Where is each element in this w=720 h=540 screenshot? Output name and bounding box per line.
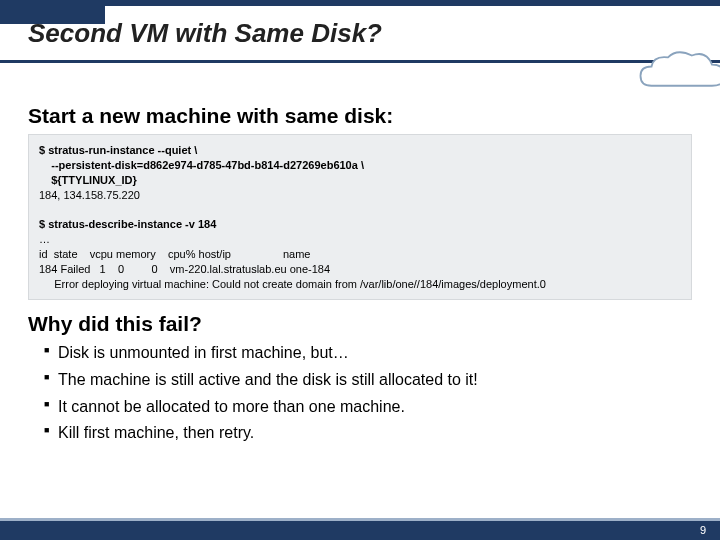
list-item: Disk is unmounted in first machine, but… xyxy=(44,342,692,364)
terminal-out2-l2: id state vcpu memory cpu% host/ip name xyxy=(39,248,310,260)
why-heading: Why did this fail? xyxy=(28,312,692,336)
page-number: 9 xyxy=(700,524,706,536)
terminal-cmd1-l1: $ stratus-run-instance --quiet \ xyxy=(39,144,197,156)
list-item: Kill first machine, then retry. xyxy=(44,422,692,444)
content-area: Start a new machine with same disk: $ st… xyxy=(28,104,692,449)
footer-bar: 9 xyxy=(0,518,720,540)
list-item: It cannot be allocated to more than one … xyxy=(44,396,692,418)
slide: Second VM with Same Disk? Start a new ma… xyxy=(0,0,720,540)
top-strip xyxy=(0,0,720,6)
bullet-list: Disk is unmounted in first machine, but…… xyxy=(28,342,692,443)
terminal-block: $ stratus-run-instance --quiet \ --persi… xyxy=(28,134,692,300)
terminal-out2-l1: … xyxy=(39,233,50,245)
cloud-icon xyxy=(624,44,720,104)
terminal-out1: 184, 134.158.75.220 xyxy=(39,189,140,201)
list-item: The machine is still active and the disk… xyxy=(44,369,692,391)
terminal-out2-l4: Error deploying virtual machine: Could n… xyxy=(39,278,546,290)
terminal-cmd1-l3: ${TTYLINUX_ID} xyxy=(39,174,137,186)
slide-title: Second VM with Same Disk? xyxy=(28,18,382,49)
terminal-out2-l3: 184 Failed 1 0 0 vm-220.lal.stratuslab.e… xyxy=(39,263,330,275)
terminal-cmd1-l2: --persistent-disk=d862e974-d785-47bd-b81… xyxy=(39,159,364,171)
title-rule xyxy=(0,60,720,63)
subheading: Start a new machine with same disk: xyxy=(28,104,692,128)
terminal-cmd2: $ stratus-describe-instance -v 184 xyxy=(39,218,216,230)
